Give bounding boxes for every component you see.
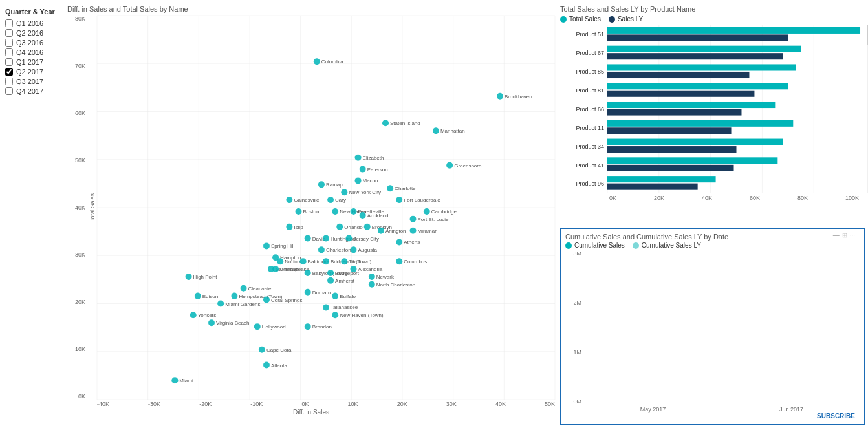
svg-point-45 — [396, 197, 402, 203]
svg-text:North Charleston: North Charleston — [376, 282, 415, 288]
svg-text:Columbia: Columbia — [321, 59, 343, 65]
filter-item[interactable]: Q1 2017 — [5, 58, 60, 66]
svg-text:Orlando: Orlando — [344, 224, 363, 230]
legend-cumulative-ly-dot — [633, 242, 639, 249]
x-label-may: May 2017 — [640, 406, 666, 413]
svg-point-133 — [208, 319, 215, 326]
scatter-y-label: Total Sales — [89, 188, 96, 227]
svg-point-37 — [341, 189, 347, 195]
svg-point-87 — [300, 258, 307, 264]
svg-point-109 — [369, 274, 375, 280]
filter-item[interactable]: Q3 2016 — [5, 39, 60, 47]
legend-sales-ly-dot — [609, 16, 615, 23]
svg-point-71 — [323, 235, 329, 242]
svg-point-21 — [497, 93, 503, 100]
bar-product-label: Product 67 — [560, 50, 604, 56]
expand-icon[interactable]: ⊞ — [842, 231, 847, 239]
svg-text:Norfolk: Norfolk — [285, 259, 301, 264]
svg-point-127 — [323, 304, 329, 310]
bar-product-labels: Product 51Product 67Product 85Product 81… — [560, 25, 607, 193]
svg-text:Alexandria: Alexandria — [358, 266, 382, 272]
subscribe-button[interactable]: SUBSCRIBE — [817, 413, 855, 420]
bar-product-label: Product 11 — [560, 125, 604, 131]
svg-text:Coral Springs: Coral Springs — [271, 297, 302, 303]
svg-point-23 — [382, 120, 389, 126]
svg-rect-151 — [607, 27, 860, 34]
filter-item[interactable]: Q4 2017 — [5, 87, 60, 95]
minimize-icon[interactable]: — — [833, 231, 840, 239]
svg-rect-156 — [607, 72, 749, 78]
svg-point-121 — [195, 293, 201, 299]
svg-point-39 — [387, 185, 393, 191]
filter-item[interactable]: Q1 2016 — [5, 19, 60, 27]
svg-point-99 — [272, 266, 279, 272]
svg-text:Staten Island: Staten Island — [390, 120, 420, 126]
svg-rect-167 — [607, 176, 716, 182]
more-icon[interactable]: ··· — [850, 231, 855, 239]
svg-point-47 — [296, 208, 302, 215]
svg-text:Augusta: Augusta — [358, 247, 377, 253]
svg-text:Macon: Macon — [363, 178, 378, 184]
svg-point-131 — [190, 312, 197, 318]
svg-rect-161 — [607, 120, 793, 127]
svg-point-81 — [350, 246, 356, 253]
legend-cumulative-ly-label: Cumulative Sales LY — [642, 242, 701, 249]
svg-rect-154 — [607, 53, 783, 59]
svg-text:Arlington: Arlington — [385, 228, 406, 234]
svg-point-105 — [241, 285, 247, 292]
svg-rect-152 — [607, 34, 788, 41]
svg-text:Gainesville: Gainesville — [294, 197, 320, 203]
filter-item[interactable]: Q3 2017 — [5, 78, 60, 85]
svg-text:Greensboro: Greensboro — [454, 163, 482, 169]
svg-point-143 — [171, 377, 178, 383]
filter-item[interactable]: Q2 2017 — [5, 68, 60, 76]
scatter-title: Diff. in Sales and Total Sales by Name — [67, 5, 555, 13]
line-y-axis: 0M 1M 2M 3M — [565, 250, 583, 405]
bar-product-label: Product 85 — [560, 69, 604, 75]
svg-point-73 — [345, 235, 352, 242]
svg-point-123 — [217, 301, 224, 307]
filter-item[interactable]: Q4 2016 — [5, 48, 60, 56]
svg-text:Brandon: Brandon — [312, 324, 332, 330]
bar-chart-title: Total Sales and Sales LY by Product Name — [560, 5, 865, 13]
svg-text:Clearwater: Clearwater — [248, 286, 274, 292]
legend-sales-ly: Sales LY — [609, 16, 643, 23]
svg-point-19 — [314, 58, 320, 65]
svg-point-61 — [336, 224, 343, 230]
svg-text:Durham: Durham — [312, 290, 331, 296]
svg-rect-160 — [607, 109, 741, 116]
svg-point-141 — [263, 362, 270, 369]
svg-text:High Point: High Point — [193, 274, 218, 280]
svg-point-125 — [263, 297, 270, 303]
svg-text:Cary: Cary — [335, 197, 346, 203]
legend-total-sales: Total Sales — [560, 16, 601, 23]
svg-rect-159 — [607, 102, 775, 108]
svg-point-25 — [433, 127, 439, 134]
svg-text:Athens: Athens — [404, 239, 420, 245]
svg-text:Miramar: Miramar — [418, 228, 437, 234]
svg-point-33 — [318, 181, 325, 188]
line-svg — [583, 250, 860, 405]
svg-rect-162 — [607, 127, 732, 134]
svg-point-103 — [327, 270, 334, 276]
svg-text:Jersey City: Jersey City — [353, 236, 379, 242]
svg-point-55 — [360, 212, 366, 219]
svg-point-31 — [446, 162, 453, 169]
svg-rect-163 — [607, 139, 783, 145]
line-chart-title: Cumulative Sales and Cumulative Sales LY… — [565, 233, 860, 241]
svg-text:Buffalo: Buffalo — [340, 294, 356, 299]
svg-text:Charlotte: Charlotte — [395, 186, 416, 191]
line-chart-controls: — ⊞ ··· — [833, 231, 855, 239]
svg-text:Miami: Miami — [179, 378, 193, 383]
bar-product-label: Product 66 — [560, 106, 604, 113]
svg-text:Columbus: Columbus — [404, 259, 427, 264]
svg-rect-158 — [607, 91, 754, 97]
svg-text:Edison: Edison — [202, 294, 218, 299]
bar-product-label: Product 51 — [560, 31, 604, 38]
svg-text:Hollywood: Hollywood — [262, 324, 286, 330]
bar-chart-section: Total Sales and Sales LY by Product Name… — [560, 5, 865, 225]
svg-text:New Haven (Town): New Haven (Town) — [340, 312, 384, 318]
svg-point-111 — [369, 281, 375, 288]
svg-point-79 — [318, 246, 325, 253]
filter-item[interactable]: Q2 2016 — [5, 29, 60, 37]
